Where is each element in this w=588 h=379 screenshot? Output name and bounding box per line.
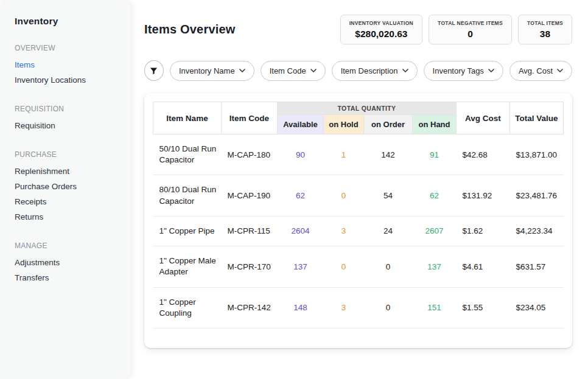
filter-dropdown-item-description[interactable]: Item Description xyxy=(332,61,418,81)
sidebar-item-replenishment[interactable]: Replenishment xyxy=(15,164,122,179)
filter-dropdown-avg-cost[interactable]: Avg. Cost xyxy=(509,61,572,81)
cell-avg-cost: $1.62 xyxy=(457,216,510,246)
cell-item-code: M-CAP-190 xyxy=(222,175,278,216)
stat-label: TOTAL NEGATIVE ITEMS xyxy=(438,20,503,26)
cell-available: 90 xyxy=(278,134,324,175)
sidebar-section-label: OVERVIEW xyxy=(15,44,122,52)
chevron-down-icon xyxy=(557,69,563,72)
cell-total-value: $13,871.00 xyxy=(510,134,564,175)
cell-item-name: 80/10 Dual Run Capacitor xyxy=(153,175,222,216)
table-body: 50/10 Dual Run Capacitor M-CAP-180 90 1 … xyxy=(153,134,564,329)
sidebar-section-label: MANAGE xyxy=(15,242,122,250)
stat-value: 38 xyxy=(527,29,563,40)
cell-item-code: M-CAP-180 xyxy=(222,134,278,175)
cell-item-name: 1" Copper Pipe xyxy=(153,216,222,246)
filter-dropdown-label: Inventory Name xyxy=(179,66,235,75)
table-row[interactable]: 50/10 Dual Run Capacitor M-CAP-180 90 1 … xyxy=(153,134,564,175)
funnel-icon xyxy=(149,66,158,75)
filter-button[interactable] xyxy=(144,60,164,81)
cell-on-hold: 0 xyxy=(324,246,364,287)
sidebar-item-transfers[interactable]: Transfers xyxy=(15,270,122,285)
filter-dropdown-label: Item Code xyxy=(270,66,306,75)
cell-on-hold: 0 xyxy=(324,175,364,216)
sidebar-item-returns[interactable]: Returns xyxy=(15,209,122,224)
col-group-total-quantity: TOTAL QUANTITY xyxy=(278,102,457,115)
sidebar-nav: OVERVIEWItemsInventory LocationsREQUISIT… xyxy=(15,44,122,285)
cell-on-hand: 151 xyxy=(413,287,457,328)
cell-item-name: 50/10 Dual Run Capacitor xyxy=(153,134,222,175)
cell-item-code: M-CPR-142 xyxy=(222,287,278,328)
cell-available: 2604 xyxy=(278,216,324,246)
cell-available: 62 xyxy=(278,175,324,216)
header-row: Items Overview INVENTORY VALUATION $280,… xyxy=(144,15,572,44)
cell-item-name: 1" Copper Coupling xyxy=(153,287,222,328)
cell-on-order: 0 xyxy=(364,287,413,328)
cell-item-code: M-CPR-115 xyxy=(222,216,278,246)
sidebar-item-adjustments[interactable]: Adjustments xyxy=(15,255,122,270)
inventory-app: Inventory OVERVIEWItemsInventory Locatio… xyxy=(0,0,588,379)
stat-card: INVENTORY VALUATION $280,020.63 xyxy=(340,15,422,44)
chevron-down-icon xyxy=(488,69,494,72)
main-content: Items Overview INVENTORY VALUATION $280,… xyxy=(131,0,588,379)
col-on-hand: on Hand xyxy=(413,115,457,134)
cell-on-hand: 62 xyxy=(413,175,457,216)
sidebar-title: Inventory xyxy=(15,16,122,27)
cell-on-hand: 91 xyxy=(413,134,457,175)
cell-avg-cost: $131.92 xyxy=(457,175,510,216)
col-item-code: Item Code xyxy=(222,102,278,134)
filter-pills: Inventory Name Item Code Item Descriptio… xyxy=(170,61,572,81)
sidebar-item-requisition[interactable]: Requisition xyxy=(15,118,122,133)
cell-avg-cost: $1.55 xyxy=(457,287,510,328)
stat-card: TOTAL NEGATIVE ITEMS 0 xyxy=(429,15,512,44)
cell-total-value: $4,223.34 xyxy=(510,216,564,246)
filter-dropdown-label: Inventory Tags xyxy=(433,66,484,75)
filter-dropdown-label: Avg. Cost xyxy=(519,66,553,75)
cell-on-hand: 2607 xyxy=(413,216,457,246)
col-item-name: Item Name xyxy=(153,102,222,134)
filter-dropdown-item-code[interactable]: Item Code xyxy=(261,61,326,81)
col-avg-cost: Avg Cost xyxy=(457,102,510,134)
stat-card: TOTAL ITEMS 38 xyxy=(518,15,572,44)
stat-value: 0 xyxy=(438,29,503,40)
cell-item-name: 1" Copper Male Adapter xyxy=(153,246,222,287)
sidebar-item-inventory-locations[interactable]: Inventory Locations xyxy=(15,72,122,88)
cell-total-value: $234.05 xyxy=(510,287,564,328)
cell-on-order: 142 xyxy=(364,134,413,175)
table-row[interactable]: 1" Copper Pipe M-CPR-115 2604 3 24 2607 … xyxy=(153,216,564,246)
sidebar-item-items[interactable]: Items xyxy=(15,57,122,72)
filter-dropdown-inventory-name[interactable]: Inventory Name xyxy=(170,61,254,81)
sidebar-section-label: PURCHASE xyxy=(15,150,122,159)
filter-dropdown-inventory-tags[interactable]: Inventory Tags xyxy=(424,61,503,81)
cell-item-code: M-CPR-170 xyxy=(222,246,278,287)
col-available: Available xyxy=(278,115,324,134)
col-on-hold: on Hold xyxy=(324,115,364,134)
table-row[interactable]: 1" Copper Male Adapter M-CPR-170 137 0 0… xyxy=(153,246,564,287)
filter-dropdown-label: Item Description xyxy=(341,66,398,75)
cell-total-value: $631.57 xyxy=(510,246,564,287)
cell-total-value: $23,481.76 xyxy=(510,175,564,216)
table-header: Item Name Item Code TOTAL QUANTITY Avg C… xyxy=(153,102,564,134)
sidebar-item-receipts[interactable]: Receipts xyxy=(15,194,122,209)
sidebar-item-purchase-orders[interactable]: Purchase Orders xyxy=(15,179,122,194)
chevron-down-icon xyxy=(402,69,408,72)
table-row[interactable]: 1" Copper Coupling M-CPR-142 148 3 0 151… xyxy=(153,287,564,328)
cell-on-hold: 3 xyxy=(324,287,364,328)
col-total-value: Total Value xyxy=(510,102,564,134)
cell-on-hold: 3 xyxy=(324,216,364,246)
chevron-down-icon xyxy=(239,69,245,72)
stat-label: INVENTORY VALUATION xyxy=(349,20,413,26)
stat-value: $280,020.63 xyxy=(349,29,413,40)
cell-on-order: 24 xyxy=(364,216,413,246)
stat-cards: INVENTORY VALUATION $280,020.63 TOTAL NE… xyxy=(340,15,572,44)
cell-avg-cost: $4.61 xyxy=(457,246,510,287)
filter-row: Inventory Name Item Code Item Descriptio… xyxy=(144,60,572,81)
sidebar-section-label: REQUISITION xyxy=(15,105,122,113)
stat-label: TOTAL ITEMS xyxy=(527,20,563,26)
table-row[interactable]: 80/10 Dual Run Capacitor M-CAP-190 62 0 … xyxy=(153,175,564,216)
cell-available: 137 xyxy=(278,246,324,287)
cell-available: 148 xyxy=(278,287,324,328)
col-on-order: on Order xyxy=(364,115,413,134)
chevron-down-icon xyxy=(310,69,317,72)
items-table-card: Item Name Item Code TOTAL QUANTITY Avg C… xyxy=(144,93,572,348)
cell-on-hand: 137 xyxy=(413,246,457,287)
